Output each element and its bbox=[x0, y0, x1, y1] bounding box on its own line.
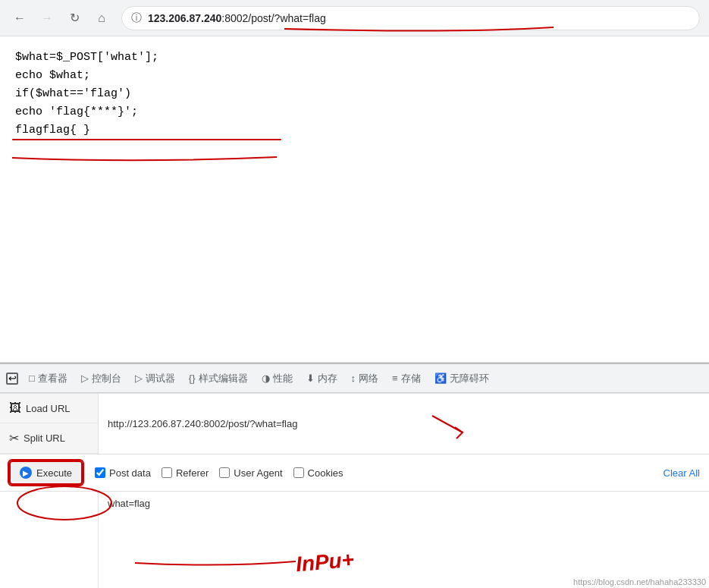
code-line-2: echo $what; bbox=[15, 67, 694, 85]
code-line-1: $what=$_POST['what']; bbox=[15, 49, 694, 67]
hackbar-url-buttons: 🖼 Load URL ✂ Split URL bbox=[0, 394, 99, 454]
post-data-checkbox-label[interactable]: Post data bbox=[95, 467, 151, 479]
devtools-tab-storage[interactable]: ≡ 存储 bbox=[386, 369, 427, 388]
devtools-tab-console[interactable]: ▷ 控制台 bbox=[75, 369, 127, 388]
load-url-icon: 🖼 bbox=[9, 401, 21, 415]
user-agent-checkbox[interactable] bbox=[219, 467, 230, 478]
inspector-icon: □ bbox=[29, 373, 35, 384]
devtools-tab-inspector[interactable]: □ 查看器 bbox=[23, 369, 74, 388]
storage-icon: ≡ bbox=[392, 373, 398, 384]
code-line-5: flagflag{ } bbox=[15, 121, 694, 140]
devtools-cursor-icon[interactable]: ↩ bbox=[6, 373, 18, 385]
devtools-tab-memory[interactable]: ⬇ 内存 bbox=[300, 369, 344, 388]
referer-checkbox-label[interactable]: Referer bbox=[162, 467, 209, 479]
url-input-field[interactable] bbox=[108, 418, 700, 429]
clear-all-button[interactable]: Clear All bbox=[664, 467, 700, 479]
back-button[interactable]: ← bbox=[9, 8, 30, 29]
url-display: 123.206.87.240:8002/post/?what=flag bbox=[148, 12, 326, 24]
devtools-tab-style-editor[interactable]: {} 样式编辑器 bbox=[183, 369, 254, 388]
forward-button[interactable]: → bbox=[36, 8, 58, 29]
url-bold-part: 123.206.87.240 bbox=[148, 12, 221, 24]
reload-button[interactable]: ↻ bbox=[64, 8, 85, 29]
memory-icon: ⬇ bbox=[306, 373, 315, 384]
cookies-checkbox[interactable] bbox=[293, 467, 304, 478]
hackbar: 🖼 Load URL ✂ Split URL ▶ Execute bbox=[0, 393, 709, 588]
nav-buttons: ← → ↻ ⌂ bbox=[9, 8, 112, 29]
devtools-panel: ↩ □ 查看器 ▷ 控制台 ▷ 调试器 {} 样式编辑器 ◑ 性能 ⬇ 内存 ↕… bbox=[0, 363, 709, 588]
devtools-tab-accessibility[interactable]: ♿ 无障碍环 bbox=[428, 369, 495, 388]
code-line-3: if($what=='flag') bbox=[15, 85, 694, 103]
hackbar-data-input-container: what=flag InPu+ bbox=[99, 492, 709, 588]
info-icon: ⓘ bbox=[131, 11, 142, 25]
cookies-checkbox-label[interactable]: Cookies bbox=[293, 467, 344, 479]
performance-icon: ◑ bbox=[262, 373, 270, 384]
referer-checkbox[interactable] bbox=[162, 467, 172, 478]
hackbar-data-row: what=flag InPu+ bbox=[0, 492, 709, 588]
post-data-value: what=flag bbox=[108, 498, 150, 509]
hackbar-execute-row: ▶ Execute Post data Referer User Agent bbox=[0, 454, 709, 492]
annotation-underline-1 bbox=[12, 139, 281, 140]
checkbox-group: Post data Referer User Agent Cookies Cle… bbox=[95, 467, 700, 479]
browser-chrome: ← → ↻ ⌂ ⓘ 123.206.87.240:8002/post/?what… bbox=[0, 0, 709, 36]
home-button[interactable]: ⌂ bbox=[91, 8, 112, 29]
execute-button[interactable]: ▶ Execute bbox=[9, 461, 83, 485]
devtools-tab-network[interactable]: ↕ 网络 bbox=[345, 369, 385, 388]
user-agent-checkbox-label[interactable]: User Agent bbox=[219, 467, 282, 479]
accessibility-icon: ♿ bbox=[434, 373, 447, 384]
hackbar-url-input-container bbox=[99, 394, 709, 454]
address-bar[interactable]: ⓘ 123.206.87.240:8002/post/?what=flag bbox=[121, 6, 700, 30]
browser-content: $what=$_POST['what']; echo $what; if($wh… bbox=[0, 36, 709, 363]
network-icon: ↕ bbox=[351, 373, 356, 384]
load-url-button[interactable]: 🖼 Load URL bbox=[0, 394, 98, 423]
devtools-tabs: ↩ □ 查看器 ▷ 控制台 ▷ 调试器 {} 样式编辑器 ◑ 性能 ⬇ 内存 ↕… bbox=[0, 364, 709, 393]
code-line-4: echo 'flag{****}'; bbox=[15, 103, 694, 121]
execute-play-icon: ▶ bbox=[20, 467, 32, 479]
devtools-tab-performance[interactable]: ◑ 性能 bbox=[256, 369, 299, 388]
hackbar-data-spacer bbox=[0, 492, 99, 588]
post-data-checkbox[interactable] bbox=[95, 467, 105, 478]
split-url-icon: ✂ bbox=[9, 431, 19, 445]
style-editor-icon: {} bbox=[189, 373, 196, 384]
handwritten-input-annotation: InPu+ bbox=[295, 548, 356, 577]
hackbar-url-row: 🖼 Load URL ✂ Split URL bbox=[0, 394, 709, 454]
debugger-icon: ▷ bbox=[135, 373, 143, 384]
csdn-watermark: https://blog.csdn.net/hahaha233330 bbox=[570, 576, 709, 588]
split-url-button[interactable]: ✂ Split URL bbox=[0, 423, 98, 454]
devtools-tab-debugger[interactable]: ▷ 调试器 bbox=[129, 369, 181, 388]
url-rest-part: :8002/post/?what=flag bbox=[221, 12, 325, 24]
console-icon: ▷ bbox=[81, 373, 89, 384]
